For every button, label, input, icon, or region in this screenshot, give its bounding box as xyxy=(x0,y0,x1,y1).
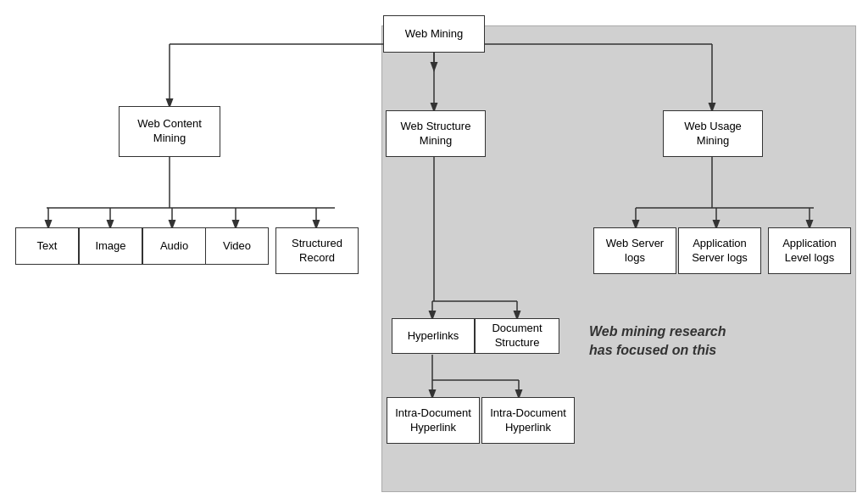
web-mining-note: Web mining research has focused on this xyxy=(589,322,759,361)
web-usage-mining-node: Web Usage Mining xyxy=(663,110,763,157)
web-mining-node: Web Mining xyxy=(383,15,485,53)
intra-document-hyperlink-2-node: Intra-Document Hyperlink xyxy=(481,397,575,444)
diagram-container: Web Mining Web Content Mining Web Struct… xyxy=(0,0,868,504)
document-structure-node: Document Structure xyxy=(475,318,559,354)
web-structure-mining-node: Web Structure Mining xyxy=(386,110,486,157)
text-node: Text xyxy=(15,227,79,265)
intra-document-hyperlink-1-node: Intra-Document Hyperlink xyxy=(387,397,480,444)
video-node: Video xyxy=(205,227,269,265)
audio-node: Audio xyxy=(142,227,206,265)
image-node: Image xyxy=(79,227,142,265)
application-level-logs-node: Application Level logs xyxy=(768,227,851,274)
web-server-logs-node: Web Server logs xyxy=(593,227,676,274)
hyperlinks-node: Hyperlinks xyxy=(392,318,475,354)
application-server-logs-node: Application Server logs xyxy=(678,227,761,274)
web-content-mining-node: Web Content Mining xyxy=(119,106,220,157)
structured-record-node: Structured Record xyxy=(275,227,359,274)
